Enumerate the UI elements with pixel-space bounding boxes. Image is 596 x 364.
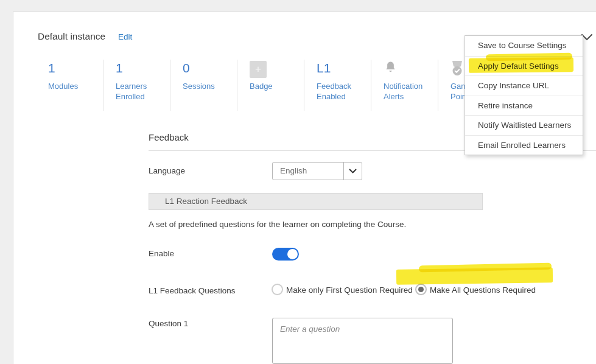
- language-select-value: English: [273, 163, 343, 180]
- radio-first-question-required-label[interactable]: Make only First Question Required: [286, 285, 413, 295]
- stat-divider: [170, 60, 170, 111]
- stat-divider: [237, 60, 237, 111]
- menu-item-retire-instance[interactable]: Retire instance: [465, 96, 583, 116]
- radio-all-questions-required[interactable]: [415, 284, 427, 295]
- menu-item-email-enrolled-learners[interactable]: Email Enrolled Learners: [465, 135, 583, 155]
- menu-item-apply-default-settings[interactable]: Apply Default Settings: [465, 56, 583, 76]
- stat-value: 1: [116, 61, 177, 78]
- language-label: Language: [149, 166, 185, 175]
- enable-toggle[interactable]: [272, 248, 299, 261]
- page-title: Default instance: [38, 31, 105, 42]
- radio-selected-dot: [418, 287, 424, 292]
- menu-item-copy-instance-url[interactable]: Copy Instance URL: [465, 75, 583, 96]
- screen: Default instance Edit 1 Modules 1 Learne…: [0, 0, 596, 364]
- stat-divider: [304, 60, 304, 111]
- stat-l1-feedback: L1 Feedback Enabled: [317, 61, 377, 102]
- instance-actions-menu: Save to Course Settings Apply Default Se…: [465, 35, 583, 155]
- l1-reaction-feedback-bar: L1 Reaction Feedback: [149, 193, 483, 210]
- radio-first-question-required[interactable]: [272, 284, 283, 295]
- stat-divider: [103, 60, 103, 111]
- section-title-feedback: Feedback: [149, 132, 189, 142]
- stat-modules: 1 Modules: [48, 61, 109, 91]
- stat-value: 0: [183, 61, 244, 78]
- feedback-description: A set of predefined questions for the le…: [149, 220, 406, 229]
- bell-icon: [384, 61, 398, 77]
- stat-badge: + Badge: [250, 61, 310, 91]
- l1-feedback-questions-label: L1 Feedback Questions: [149, 286, 236, 295]
- medal-check-icon: [451, 61, 464, 78]
- edit-link[interactable]: Edit: [118, 32, 132, 41]
- radio-all-questions-required-label[interactable]: Make All Questions Required: [430, 285, 536, 295]
- stat-value: L1: [317, 61, 377, 78]
- stat-divider: [438, 60, 438, 111]
- stat-sessions: 0 Sessions: [183, 61, 244, 91]
- stat-label: Notification Alerts: [384, 81, 435, 102]
- stat-label: Feedback Enabled: [317, 81, 368, 102]
- enable-label: Enable: [149, 249, 174, 258]
- chevron-down-icon: [349, 169, 357, 174]
- stat-value: 1: [48, 61, 109, 78]
- language-select[interactable]: English: [272, 162, 362, 180]
- stat-learners-enrolled: 1 Learners Enrolled: [116, 61, 177, 102]
- stat-notification-alerts: Notification Alerts: [384, 61, 444, 102]
- stat-label: Modules: [48, 81, 99, 91]
- stat-divider: [371, 60, 371, 111]
- stat-label: Learners Enrolled: [116, 81, 167, 102]
- toggle-knob: [287, 249, 298, 259]
- question1-input[interactable]: [272, 318, 453, 364]
- menu-item-save-to-course-settings[interactable]: Save to Course Settings: [465, 36, 583, 56]
- stat-label: Badge: [250, 81, 301, 91]
- menu-item-notify-waitlisted-learners[interactable]: Notify Waitlisted Learners: [465, 115, 583, 135]
- stat-label: Sessions: [183, 81, 234, 91]
- question1-label: Question 1: [149, 319, 188, 328]
- badge-plus-icon[interactable]: +: [250, 61, 267, 78]
